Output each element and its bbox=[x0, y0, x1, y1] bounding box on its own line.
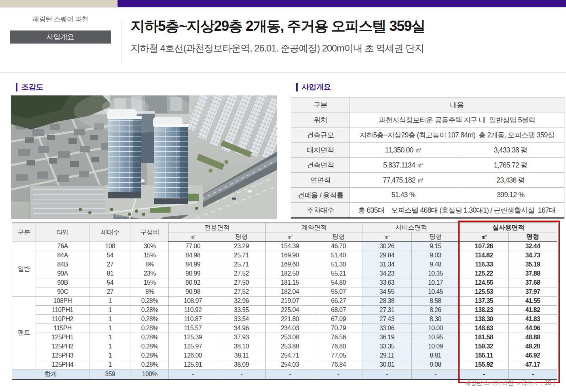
unit-cell: 33.54 bbox=[217, 315, 266, 324]
unit-cell: 1 bbox=[89, 324, 131, 333]
unit-cell: 125PH1 bbox=[36, 333, 89, 342]
unit-cell: 254.03 bbox=[266, 360, 314, 369]
subheader-m2: ㎡ bbox=[460, 232, 508, 242]
unit-cell: 27.52 bbox=[217, 269, 266, 278]
unit-cell: 35.19 bbox=[508, 260, 557, 269]
unit-row: 115PH10.28%115.5734.96234.0370.7933.0610… bbox=[12, 324, 557, 333]
unit-cell: 54.80 bbox=[314, 278, 363, 287]
unit-cell: 8% bbox=[131, 287, 169, 297]
unit-cell: 30.01 bbox=[363, 360, 411, 369]
column-header-exclusive-area: 전용면적 bbox=[169, 223, 266, 232]
overview-cell: 내용 bbox=[350, 97, 564, 112]
unit-cell: 10.35 bbox=[411, 269, 460, 278]
overview-row: 건축면적5,837.1134 ㎡1,765.72 평 bbox=[291, 158, 564, 173]
header-divider bbox=[122, 21, 122, 63]
unit-cell: 70.79 bbox=[314, 324, 363, 333]
overview-row-label: 건축규모 bbox=[291, 127, 350, 143]
unit-cell: 137.35 bbox=[460, 297, 508, 306]
unit-total-cell: - bbox=[169, 369, 217, 380]
unit-cell: 114.82 bbox=[460, 251, 508, 260]
unit-cell: 148.63 bbox=[460, 324, 508, 333]
unit-cell: 126.00 bbox=[169, 351, 217, 360]
footer-page-number: 10 bbox=[544, 379, 551, 386]
overview-row: 위치과천지식정보타운 공동주택 지구 내 일반상업 5블럭 bbox=[291, 112, 564, 127]
unit-cell: 27.31 bbox=[363, 306, 411, 315]
footer: 해링턴 스퀘어 과천 교육자료|10| bbox=[465, 379, 557, 387]
overview-row-label: 연면적 bbox=[291, 173, 350, 188]
unit-cell: 0.28% bbox=[131, 306, 169, 315]
unit-cell: 219.07 bbox=[266, 297, 314, 306]
unit-cell: 15% bbox=[131, 278, 169, 287]
subheader-pyeong: 평형 bbox=[314, 232, 363, 242]
unit-cell: 48.88 bbox=[508, 333, 557, 342]
unit-total-cell: - bbox=[217, 369, 266, 380]
unit-cell: 107.26 bbox=[460, 242, 508, 251]
unit-total-row: 합계359100%-------- bbox=[12, 369, 557, 380]
unit-cell: 115PH bbox=[36, 324, 89, 333]
unit-row: 125PH210.28%125.9738.10253.8876.8033.351… bbox=[12, 342, 557, 351]
column-header-service-area: 서비스면적 bbox=[363, 223, 460, 232]
unit-cell: 51.40 bbox=[314, 251, 363, 260]
unit-cell: 8.30 bbox=[411, 315, 460, 324]
unit-cell: 125.97 bbox=[169, 342, 217, 351]
unit-cell: 181.15 bbox=[266, 278, 314, 287]
unit-cell: 54 bbox=[89, 278, 131, 287]
unit-cell: 32.96 bbox=[217, 297, 266, 306]
unit-total-cell: - bbox=[363, 369, 411, 380]
unit-cell: 28.38 bbox=[363, 297, 411, 306]
unit-cell: 110PH1 bbox=[36, 306, 89, 315]
unit-cell: 33.35 bbox=[363, 342, 411, 351]
subheader-m2: ㎡ bbox=[169, 232, 217, 242]
unit-cell: 51.30 bbox=[314, 260, 363, 269]
overview-row: 대지면적11,350.00 ㎡3,433.38 평 bbox=[291, 143, 564, 158]
unit-cell: 1 bbox=[89, 306, 131, 315]
section-header-birdseye: 조감도 bbox=[16, 83, 44, 91]
unit-cell: 36.19 bbox=[363, 333, 411, 342]
top-bar-purple bbox=[118, 0, 566, 7]
unit-cell: 84A bbox=[36, 251, 89, 260]
unit-cell: 110PH2 bbox=[36, 315, 89, 324]
unit-cell: 31.34 bbox=[363, 260, 411, 269]
unit-cell: 30% bbox=[131, 242, 169, 251]
unit-cell: 38.11 bbox=[217, 351, 266, 360]
column-header-actual-area: 실사용면적 bbox=[460, 223, 557, 232]
unit-mix-table: 구분 타입 세대수 구성비 전용면적 계약면적 서비스면적 실사용면적 ㎡ 평형… bbox=[12, 223, 557, 380]
unit-cell: 124.55 bbox=[460, 278, 508, 287]
unit-cell: 125PH3 bbox=[36, 351, 89, 360]
unit-cell: 76.80 bbox=[314, 342, 363, 351]
slide-category-tab: 사업개요 bbox=[10, 30, 111, 44]
unit-cell: 15% bbox=[131, 251, 169, 260]
unit-cell: 37.97 bbox=[508, 287, 557, 297]
unit-row: 125PH110.28%125.3937.93253.0876.5636.191… bbox=[12, 333, 557, 342]
column-header-households: 세대수 bbox=[89, 223, 131, 242]
unit-cell: 77.00 bbox=[169, 242, 217, 251]
unit-row: 84A5415%84.9825.71169.9051.4029.849.0311… bbox=[12, 251, 557, 260]
overview-table-body: 구분내용위치과천지식정보타운 공동주택 지구 내 일반상업 5블럭건축규모지하5… bbox=[291, 97, 564, 218]
column-header-contract-area: 계약면적 bbox=[266, 223, 363, 232]
unit-total-cell: - bbox=[266, 369, 314, 380]
unit-cell: 155.11 bbox=[460, 351, 508, 360]
unit-cell: 66.27 bbox=[314, 297, 363, 306]
unit-cell: 38.09 bbox=[217, 360, 266, 369]
unit-cell: 125.53 bbox=[460, 287, 508, 297]
overview-cell: 11,350.00 ㎡ bbox=[350, 143, 457, 158]
overview-row-label: 주차대수 bbox=[291, 203, 350, 218]
unit-cell: 169.60 bbox=[266, 260, 314, 269]
unit-cell: 108.97 bbox=[169, 297, 217, 306]
unit-cell: 125.91 bbox=[169, 360, 217, 369]
overview-cell: 과천지식정보타운 공동주택 지구 내 일반상업 5블럭 bbox=[350, 112, 564, 127]
unit-cell: 44.96 bbox=[508, 324, 557, 333]
unit-cell: 55.07 bbox=[314, 287, 363, 297]
unit-cell: 253.88 bbox=[266, 342, 314, 351]
unit-cell: 0.28% bbox=[131, 297, 169, 306]
unit-total-cell: 100% bbox=[131, 369, 169, 380]
project-overview-table: 구분내용위치과천지식정보타운 공동주택 지구 내 일반상업 5블럭건축규모지하5… bbox=[291, 97, 564, 219]
unit-total-label: 합계 bbox=[12, 369, 89, 380]
unit-total-cell: - bbox=[411, 369, 460, 380]
unit-cell: 38.10 bbox=[217, 342, 266, 351]
unit-cell: 23.29 bbox=[217, 242, 266, 251]
unit-cell: 138.30 bbox=[460, 315, 508, 324]
unit-cell: 182.50 bbox=[266, 269, 314, 278]
overview-row-label: 건축면적 bbox=[291, 158, 350, 173]
unit-total-cell: - bbox=[460, 369, 508, 380]
